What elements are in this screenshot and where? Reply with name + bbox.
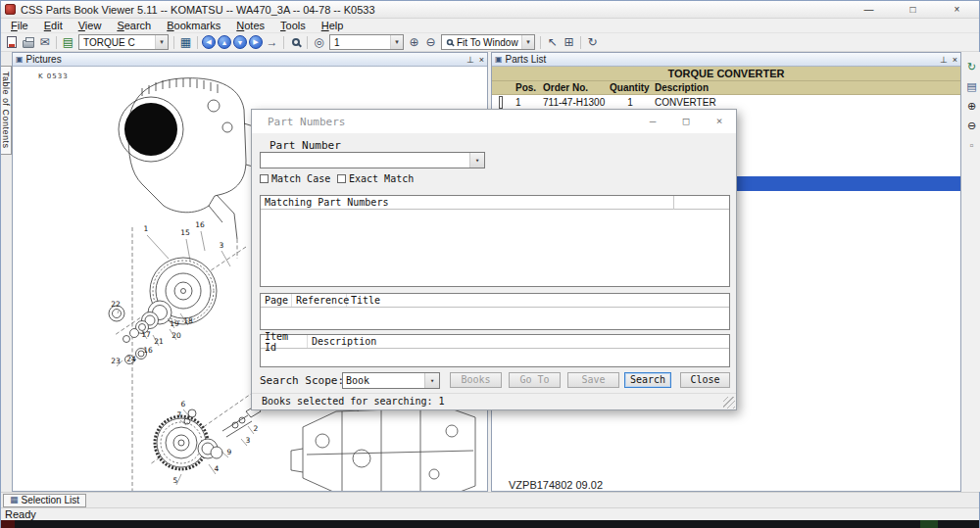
pan-icon[interactable]: ⊞ [561, 34, 577, 50]
diagram-callout-6[interactable]: 6 [181, 400, 186, 408]
minimize-icon[interactable]: — [847, 1, 891, 19]
match-case-checkbox[interactable]: Match Case [260, 173, 330, 184]
menu-help[interactable]: Help [314, 20, 352, 32]
close-icon[interactable]: × [935, 1, 979, 19]
print-icon[interactable] [20, 34, 36, 50]
close-icon[interactable]: × [953, 55, 957, 65]
chevron-down-icon[interactable]: ▾ [155, 35, 168, 49]
rail-zoom-in-icon[interactable]: ⊕ [967, 101, 976, 112]
menu-search[interactable]: Search [109, 20, 159, 32]
diagram-callout-4[interactable]: 4 [215, 464, 220, 473]
col-page[interactable]: Page [261, 294, 292, 307]
chevron-down-icon[interactable]: ▾ [424, 373, 439, 388]
diagram-callout-23[interactable]: 23 [111, 357, 121, 365]
nav-up-icon[interactable]: ▲ [218, 35, 231, 49]
toolbar: ✉ ▤ TORQUE C ▾ ▦ ◀ ▲ ▼ ▶ → ◎ 1 ▾ ⊕ ⊖ Fit… [1, 33, 979, 52]
resize-grip[interactable] [723, 397, 735, 408]
window-controls: — □ × [847, 1, 979, 19]
diagram-callout-15[interactable]: 15 [180, 228, 190, 237]
exact-match-checkbox[interactable]: Exact Match [337, 173, 414, 184]
dialog-minimize-icon[interactable]: – [636, 110, 669, 133]
close-button[interactable]: Close [680, 372, 730, 388]
email-icon[interactable]: ✉ [36, 34, 53, 50]
hotpoint-icon[interactable]: ◎ [311, 34, 327, 50]
diagram-callout-2[interactable]: 2 [254, 424, 259, 433]
diagram-callout-3[interactable]: 3 [220, 241, 224, 250]
tab-selection-list[interactable]: ▦ Selection List [3, 494, 86, 507]
diagram-callout-3[interactable]: 3 [246, 436, 251, 445]
refresh-icon[interactable]: ↻ [584, 34, 601, 50]
diagram-callout-9[interactable]: 9 [227, 448, 232, 456]
diagram-callout-22[interactable]: 22 [111, 300, 121, 309]
books-button[interactable]: Books [450, 372, 502, 388]
toolbar-separator [56, 36, 57, 49]
menu-file[interactable]: File [3, 20, 36, 32]
pin-icon[interactable]: ⊥ [466, 55, 474, 65]
table-row[interactable]: 1 711-47-H1300 1 CONVERTER [492, 95, 960, 109]
menu-bookmarks[interactable]: Bookmarks [159, 20, 228, 32]
item-id-list[interactable]: Item Id Description [260, 334, 730, 367]
nav-down-icon[interactable]: ▼ [233, 35, 247, 49]
matching-part-numbers-list[interactable]: Matching Part Numbers [260, 195, 730, 287]
save-button[interactable]: Save [567, 372, 619, 388]
part-number-input[interactable]: ▾ [260, 152, 485, 168]
cell-pos: 1 [514, 97, 541, 108]
dialog-close-icon[interactable]: × [703, 110, 736, 133]
diagram-callout-24[interactable]: 24 [126, 355, 136, 363]
pin-icon[interactable]: ⊥ [940, 55, 948, 65]
diagram-callout-16[interactable]: 16 [195, 220, 205, 229]
book-icon[interactable]: ▤ [60, 34, 76, 50]
chevron-down-icon[interactable]: ▾ [469, 153, 484, 168]
menu-view[interactable]: View [71, 20, 110, 32]
nav-forward-icon[interactable]: ▶ [249, 35, 263, 49]
zoom-in-icon[interactable]: ⊕ [406, 34, 422, 50]
zoom-out-icon[interactable]: ⊖ [422, 34, 439, 50]
open-document-icon[interactable] [3, 34, 20, 50]
page-reference-list[interactable]: Page Reference Title [260, 293, 730, 330]
rail-refresh-icon[interactable]: ↻ [967, 62, 976, 72]
go-to-button[interactable]: Go To [509, 372, 561, 388]
col-item-description[interactable]: Description [308, 335, 380, 348]
zoom-tool-icon[interactable] [287, 34, 304, 50]
page-select[interactable]: 1 ▾ [329, 34, 404, 50]
zoom-select[interactable]: Fit To Window ▾ [441, 34, 535, 50]
menu-edit[interactable]: Edit [36, 20, 71, 32]
column-divider[interactable] [673, 196, 674, 210]
book-select[interactable]: TORQUE C ▾ [78, 34, 169, 50]
diagram-callout-7[interactable]: 7 [177, 410, 182, 419]
chevron-down-icon[interactable]: ▾ [521, 35, 534, 49]
nav-back-icon[interactable]: ◀ [202, 35, 216, 49]
goto-page-icon[interactable]: → [264, 34, 280, 50]
diagram-callout-19[interactable]: 19 [170, 319, 179, 328]
diagram-callout-21[interactable]: 21 [154, 337, 164, 346]
dialog-titlebar[interactable]: Part Numbers – □ × [252, 110, 736, 133]
search-scope-select[interactable]: Book ▾ [342, 372, 440, 389]
pointer-icon[interactable]: ↖ [544, 34, 561, 50]
col-item-id[interactable]: Item Id [261, 335, 308, 348]
diagram-callout-5[interactable]: 5 [173, 476, 178, 485]
diagram-callout-18[interactable]: 18 [183, 316, 193, 325]
maximize-icon[interactable]: □ [891, 1, 935, 19]
diagram-callout-20[interactable]: 20 [172, 331, 181, 340]
diagram-callout-16[interactable]: 16 [143, 346, 153, 355]
parts-grid-icon[interactable]: ▦ [177, 34, 194, 50]
menu-notes[interactable]: Notes [228, 20, 272, 32]
checkbox-box[interactable] [337, 174, 346, 183]
tab-table-of-contents[interactable]: Table of Contents [1, 66, 12, 155]
diagram-callout-1[interactable]: 1 [144, 224, 149, 233]
row-checkbox[interactable] [499, 96, 503, 109]
close-icon[interactable]: × [479, 55, 484, 65]
checkbox-box[interactable] [260, 174, 269, 183]
diagram-callout-17[interactable]: 17 [141, 330, 151, 339]
col-title[interactable]: Title [347, 294, 384, 307]
dialog-maximize-icon[interactable]: □ [669, 110, 703, 133]
book-select-value: TORQUE C [83, 37, 135, 48]
rail-pin-icon[interactable]: ▫ [970, 140, 974, 151]
col-reference[interactable]: Reference [292, 294, 347, 307]
menu-tools[interactable]: Tools [272, 20, 314, 32]
taskbar[interactable] [1, 520, 979, 528]
search-button[interactable]: Search [624, 372, 671, 388]
chevron-down-icon[interactable]: ▾ [390, 35, 403, 49]
rail-zoom-out-icon[interactable]: ⊖ [967, 120, 976, 131]
rail-page-icon[interactable]: ▤ [966, 81, 976, 92]
